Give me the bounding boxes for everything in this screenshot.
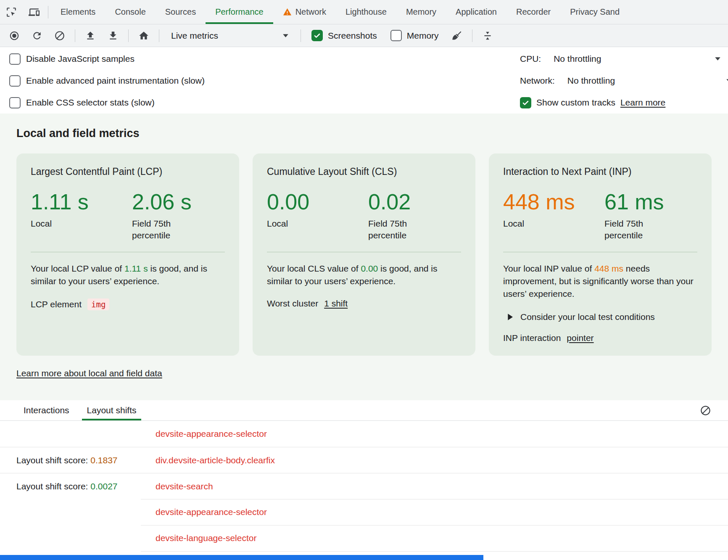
element-link[interactable]: devsite-appearance-selector [156,429,267,439]
save-profile-button[interactable] [103,26,123,45]
show-custom-tracks-checkbox[interactable]: Show custom tracks [520,97,615,108]
load-profile-button[interactable] [80,26,100,45]
inp-interaction-link[interactable]: pointer [567,333,593,343]
screenshots-checkbox[interactable]: Screenshots [306,30,382,41]
card-title: Largest Contentful Paint (LCP) [31,166,225,177]
setting-label: Enable CSS selector stats (slow) [26,98,155,108]
tab-layout-shifts[interactable]: Layout shifts [82,400,142,420]
history-dropdown-value: Live metrics [171,31,218,41]
metric-cards: Largest Contentful Paint (LCP) 1.11 s Lo… [16,153,712,356]
local-value: 448 ms [503,189,604,214]
inspect-icon [6,7,17,18]
local-field-metrics-section: Local and field metrics Largest Contentf… [0,114,728,400]
field-metric: 61 ms Field 75th percentile [604,189,664,241]
local-value: 0.00 [267,189,368,214]
card-description: Your local LCP value of 1.11 s is good, … [31,262,225,288]
record-button[interactable] [4,26,24,45]
tab-label: Elements [61,7,95,17]
clear-button[interactable] [50,26,70,45]
divider [301,29,301,42]
tab-memory[interactable]: Memory [396,0,446,24]
chevron-down-icon [726,79,728,83]
local-label: Local [267,218,368,230]
local-test-conditions-disclosure[interactable]: Consider your local test conditions [503,312,697,322]
field-value: 0.02 [368,189,423,214]
element-link[interactable]: devsite-appearance-selector [156,507,267,517]
desc-text: Your local LCP value of [31,264,124,273]
divider [75,29,75,42]
performance-toolbar: Live metrics Screenshots Memory [0,24,728,47]
learn-more-link[interactable]: Learn more [620,98,665,108]
live-metrics-home-button[interactable] [134,26,154,45]
tab-label: Memory [406,7,436,17]
score-value: 0.1837 [90,455,117,465]
layout-shift-row[interactable]: devsite-appearance-selector [0,421,728,447]
desc-value: 1.11 s [124,264,148,273]
checkbox-unchecked-icon [9,75,21,87]
checkbox-unchecked-icon [9,53,21,65]
worst-cluster-link[interactable]: 1 shift [324,298,348,309]
section-heading: Local and field metrics [16,127,712,140]
divider [503,252,697,252]
tab-recorder[interactable]: Recorder [506,0,560,24]
element-link[interactable]: devsite-language-selector [156,533,256,543]
reload-record-button[interactable] [27,26,47,45]
metric-values: 0.00 Local 0.02 Field 75th percentile [267,189,461,241]
devtools-tabbar: Elements Console Sources Performance Net… [0,0,728,24]
collect-garbage-button[interactable] [447,26,467,45]
card-footer: Worst cluster 1 shift [267,298,461,309]
element-link[interactable]: div.devsite-article-body.clearfix [156,455,275,465]
collapse-button[interactable] [477,26,498,45]
network-throttling-select[interactable]: Network: No throttling [520,70,728,92]
local-label: Local [503,218,604,230]
local-value: 1.11 s [31,189,132,214]
tab-interactions[interactable]: Interactions [18,400,74,420]
divider [31,252,225,252]
desc-value: 0.00 [361,264,378,273]
footer-label: LCP element [31,299,82,309]
layout-shift-row[interactable]: devsite-language-selector [0,525,728,551]
clear-log-button[interactable] [700,405,711,416]
tab-performance[interactable]: Performance [206,0,273,24]
tab-lighthouse[interactable]: Lighthouse [336,0,396,24]
field-metric: 0.02 Field 75th percentile [368,189,423,241]
metric-values: 1.11 s Local 2.06 s Field 75th percentil… [31,189,225,241]
field-value: 2.06 s [132,189,192,214]
logs-section: Interactions Layout shifts devsite-appea… [0,400,728,560]
layout-shift-row[interactable]: Layout shift score: 0.0027 devsite-searc… [0,473,728,499]
cls-card: Cumulative Layout Shift (CLS) 0.00 Local… [253,153,475,356]
collect-garbage-icon [451,30,462,41]
network-label: Network: [520,76,555,86]
logs-tabbar: Interactions Layout shifts [0,400,728,421]
memory-label: Memory [407,31,439,41]
field-value: 61 ms [604,189,664,214]
lcp-element-badge[interactable]: img [87,298,109,310]
show-custom-tracks-row: Show custom tracks Learn more [520,92,665,114]
checkbox-checked-icon [520,97,531,108]
tab-elements[interactable]: Elements [51,0,105,24]
tab-sources[interactable]: Sources [156,0,206,24]
memory-checkbox[interactable]: Memory [385,30,444,41]
tab-privacy-sandbox[interactable]: Privacy Sand [560,0,629,24]
tab-console[interactable]: Console [105,0,155,24]
field-label: Field 75th percentile [368,218,423,241]
selected-row-indicator[interactable] [0,555,483,560]
reload-icon [32,30,42,41]
device-toolbar-icon [29,7,40,18]
layout-shift-row[interactable]: devsite-appearance-selector [0,499,728,525]
cpu-throttling-select[interactable]: CPU: No throttling [520,48,721,70]
score-value: 0.0027 [90,481,117,491]
metric-values: 448 ms Local 61 ms Field 75th percentile [503,189,697,241]
save-profile-icon [108,30,119,41]
learn-more-local-field-link[interactable]: Learn more about local and field data [16,368,162,378]
history-dropdown[interactable]: Live metrics [164,31,295,41]
inspect-element-button[interactable] [0,0,23,24]
layout-shift-row[interactable]: Layout shift score: 0.1837 div.devsite-a… [0,447,728,473]
tab-label: Performance [215,7,264,17]
device-toolbar-button[interactable] [23,0,45,24]
divider [159,29,159,42]
tab-application[interactable]: Application [446,0,506,24]
tab-network[interactable]: Network [273,0,336,24]
network-throttling-value: No throttling [567,76,615,86]
element-link[interactable]: devsite-search [156,481,213,491]
